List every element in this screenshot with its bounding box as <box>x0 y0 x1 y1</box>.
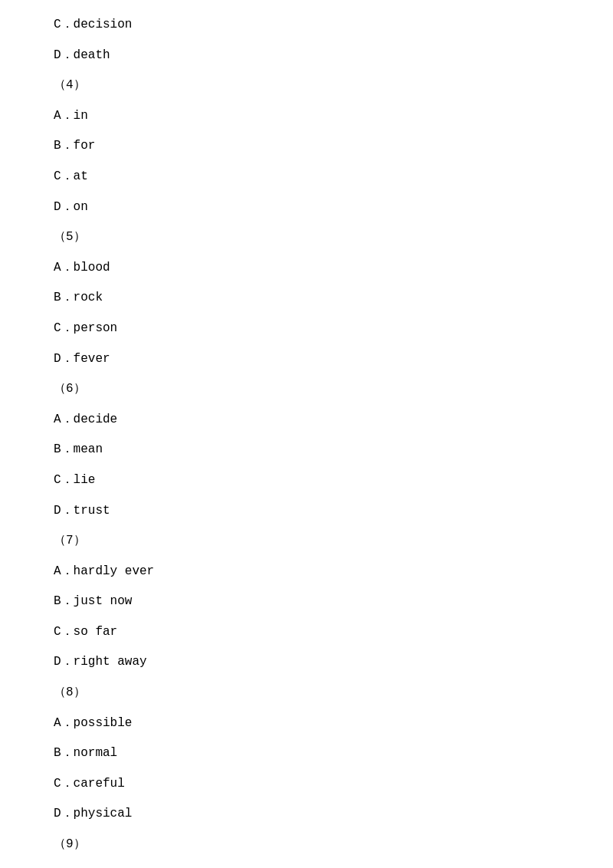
main-content: C．decisionD．death（4）A．inB．forC．atD．on（5）… <box>0 0 613 868</box>
answer-option-b4-for: B．for <box>54 136 559 156</box>
answer-option-a5-blood: A．blood <box>54 258 559 278</box>
answer-option-q7: （7） <box>54 531 559 551</box>
answer-option-a4-in: A．in <box>54 107 559 127</box>
answer-option-d-death: D．death <box>54 46 559 66</box>
answer-option-a6-decide: A．decide <box>54 410 559 430</box>
answer-option-a8-possible: A．possible <box>54 714 559 734</box>
answer-option-q6: （6） <box>54 380 559 399</box>
answer-option-a9-because: A．because <box>54 866 559 868</box>
answer-option-b7-just-now: B．just now <box>54 592 559 612</box>
answer-option-c6-lie: C．lie <box>54 471 559 491</box>
answer-option-b5-rock: B．rock <box>54 288 559 308</box>
answer-option-c7-so-far: C．so far <box>54 623 559 643</box>
answer-option-d8-physical: D．physical <box>54 804 559 824</box>
answer-option-b8-normal: B．normal <box>54 744 559 764</box>
answer-option-c5-person: C．person <box>54 319 559 339</box>
answer-option-d4-on: D．on <box>54 198 559 218</box>
answer-option-c-decision: C．decision <box>54 15 559 35</box>
answer-option-q8: （8） <box>54 683 559 703</box>
answer-option-c8-careful: C．careful <box>54 774 559 794</box>
answer-option-q5: （5） <box>54 228 559 248</box>
answer-option-a7-hardly-ever: A．hardly ever <box>54 562 559 582</box>
answer-option-d6-trust: D．trust <box>54 501 559 521</box>
answer-option-b6-mean: B．mean <box>54 440 559 460</box>
answer-option-d7-right-away: D．right away <box>54 653 559 672</box>
answer-option-d5-fever: D．fever <box>54 350 559 370</box>
answer-option-q9: （9） <box>54 835 559 855</box>
answer-option-q4: （4） <box>54 76 559 96</box>
answer-option-c4-at: C．at <box>54 167 559 187</box>
